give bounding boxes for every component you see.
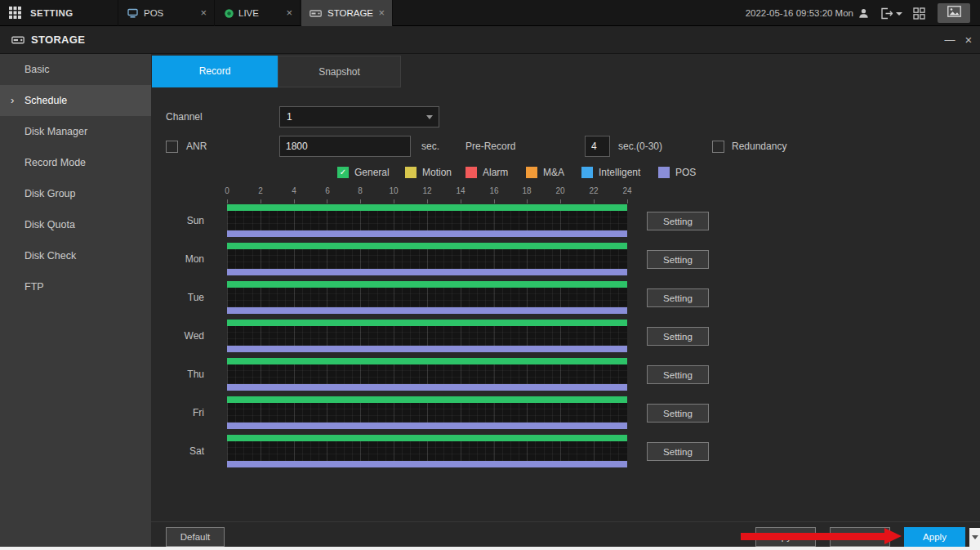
live-tab-icon [224,7,234,22]
tab-live[interactable]: LIVE × [216,0,301,26]
day-label: Sat [159,435,204,467]
hour-tick-label: 2 [258,186,263,195]
setting-button[interactable]: Setting [647,250,709,269]
schedule-grid[interactable] [227,358,627,391]
image-preview-button[interactable] [938,3,970,23]
day-label: Sun [159,204,204,237]
sidebar-item-disk-check[interactable]: Disk Check [0,240,151,271]
legend-motion: Motion [405,166,452,178]
legend-label: Intelligent [599,167,640,178]
legend-intelligent: Intelligent [581,166,640,178]
pos-record-bar [227,307,627,314]
setting-tab-label: SETTING [30,0,74,26]
pre-record-input[interactable] [585,136,610,157]
close-icon[interactable]: × [378,0,385,26]
schedule-grid[interactable] [227,243,627,275]
hour-tick-label: 6 [325,186,330,195]
setting-button[interactable]: Setting [647,327,709,346]
general-record-bar [227,358,627,364]
legend-label: POS [675,167,696,178]
hour-tick-label: 20 [555,186,564,195]
logout-icon[interactable] [880,7,893,23]
minimize-button[interactable]: — [943,26,956,54]
tab-setting[interactable]: SETTING [0,0,118,26]
sidebar-item-disk-quota[interactable]: Disk Quota [0,209,151,240]
close-icon[interactable]: × [286,0,292,26]
intelligent-swatch [581,167,593,178]
sidebar-item-record-mode[interactable]: Record Mode [0,147,151,178]
schedule-row-sun: Sun Setting [151,204,980,237]
day-label: Wed [159,320,204,352]
scroll-down-button[interactable] [969,528,980,547]
legend-label: M&A [543,167,564,178]
sidebar-item-label: Schedule [24,95,67,106]
legend-general: ✓ General [337,166,390,178]
top-tab-bar: SETTING POS × LIVE × STORAGE × 2022-05-1… [0,0,980,26]
legend-alarm: Alarm [466,166,508,178]
pre-record-label: Pre-Record [466,136,515,157]
main-content: Record Snapshot Channel 1 ANR sec. Pre-R… [151,54,980,547]
general-record-bar [227,204,627,211]
pos-record-bar [227,230,627,237]
window-titlebar: STORAGE — × [0,26,980,54]
sidebar-item-basic[interactable]: Basic [0,54,151,85]
hour-tick-label: 18 [522,186,531,195]
schedule-grid[interactable] [227,396,627,429]
tab-label: STORAGE [327,0,373,26]
schedule-grid[interactable] [227,320,627,352]
pos-tab-icon [127,7,138,22]
check-icon: ✓ [337,167,349,178]
legend-pos: POS [658,166,696,178]
storage-icon [11,34,24,49]
general-record-bar [227,396,627,403]
tab-snapshot[interactable]: Snapshot [278,56,401,87]
setting-button[interactable]: Setting [647,365,709,384]
channel-select[interactable]: 1 [279,106,439,127]
schedule-grid[interactable] [227,204,627,237]
hour-tick-label: 16 [489,186,498,195]
apply-button[interactable]: Apply [904,527,965,547]
legend-ma: M&A [526,166,564,178]
tab-storage[interactable]: STORAGE × [301,0,393,26]
default-button[interactable]: Default [166,527,225,547]
setting-button[interactable]: Setting [647,442,709,461]
sidebar-item-disk-group[interactable]: Disk Group [0,178,151,209]
user-icon[interactable] [858,7,870,23]
pos-record-bar [227,346,627,352]
setting-button[interactable]: Setting [647,288,709,307]
view-layout-icon[interactable] [913,7,925,23]
pos-swatch [658,167,670,178]
tab-pos[interactable]: POS × [119,0,215,26]
schedule-grid[interactable] [227,435,627,467]
redundancy-checkbox[interactable] [712,141,724,153]
redundancy-label: Redundancy [732,136,786,157]
sidebar: Basic › Schedule Disk Manager Record Mod… [0,54,151,547]
day-label: Fri [159,396,204,429]
window-title: STORAGE [31,26,85,54]
sidebar-item-disk-manager[interactable]: Disk Manager [0,116,151,147]
storage-tab-icon [310,7,322,22]
sidebar-item-ftp[interactable]: FTP [0,271,151,302]
tab-record[interactable]: Record [152,56,278,87]
motion-swatch [405,167,416,178]
setting-button[interactable]: Setting [647,212,709,230]
day-label: Tue [159,281,204,314]
day-label: Mon [159,243,204,275]
sidebar-item-schedule[interactable]: › Schedule [0,85,151,116]
chevron-down-icon[interactable] [896,12,902,16]
legend-label: General [354,167,390,178]
active-arrow-icon: › [11,85,14,116]
setting-button[interactable]: Setting [647,404,709,423]
horizontal-scrollbar[interactable] [0,547,980,550]
footer-divider [151,521,980,522]
hour-tick-label: 14 [456,186,465,195]
pos-record-bar [227,384,627,391]
hour-tick-label: 8 [358,186,363,195]
schedule-row-thu: Thu Setting [151,358,980,391]
general-checkbox[interactable]: ✓ [337,167,349,178]
close-button[interactable]: × [962,26,975,54]
schedule-grid[interactable] [227,281,627,314]
anr-checkbox[interactable] [166,141,178,153]
anr-input[interactable] [279,136,411,157]
close-icon[interactable]: × [200,0,207,26]
